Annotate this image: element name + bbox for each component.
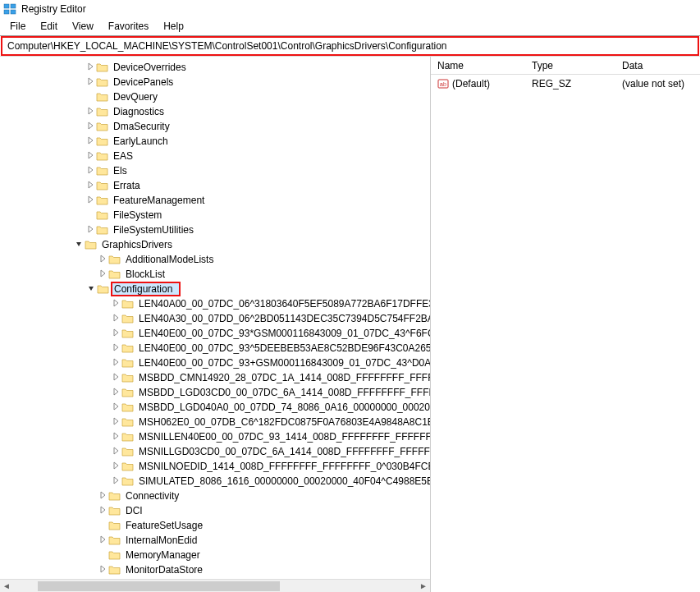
tree-item[interactable]: InternalMonEdid bbox=[0, 533, 430, 548]
folder-icon bbox=[85, 239, 98, 250]
address-bar[interactable]: Computer\HKEY_LOCAL_MACHINE\SYSTEM\Contr… bbox=[1, 36, 699, 56]
tree-item[interactable]: FeatureSetUsage bbox=[0, 518, 430, 533]
expander-closed-icon[interactable] bbox=[97, 535, 108, 545]
tree-item[interactable]: MSH062E0_00_07DB_C6^182FDC0875F0A76803E4… bbox=[0, 415, 430, 429]
tree-view[interactable]: DeviceOverridesDevicePanelsDevQueryDiagn… bbox=[0, 57, 430, 579]
tree-item-label: SIMULATED_8086_1616_00000000_00020000_40… bbox=[137, 475, 430, 487]
expander-open-icon[interactable] bbox=[73, 240, 85, 250]
expander-closed-icon[interactable] bbox=[85, 225, 96, 235]
tree-item[interactable]: FileSystem bbox=[0, 208, 430, 223]
expander-closed-icon[interactable] bbox=[97, 506, 108, 516]
tree-item[interactable]: MSNILNOEDID_1414_008D_FFFFFFFF_FFFFFFFF_… bbox=[0, 459, 430, 474]
scroll-thumb[interactable] bbox=[38, 581, 280, 591]
tree-item[interactable]: DevQuery bbox=[0, 89, 430, 104]
tree-item[interactable]: LEN40A00_00_07DC_06^31803640F5EF5089A772… bbox=[0, 296, 430, 311]
tree-item[interactable]: Configuration bbox=[0, 282, 430, 296]
horizontal-scrollbar[interactable]: ◄ ► bbox=[0, 579, 430, 592]
expander-closed-icon[interactable] bbox=[85, 181, 96, 190]
tree-item[interactable]: Errata bbox=[0, 178, 430, 193]
column-name[interactable]: Name bbox=[431, 57, 525, 74]
tree-item-label: MSBDD_LGD040A0_00_07DD_74_8086_0A16_0000… bbox=[137, 402, 430, 413]
tree-item-label: DeviceOverrides bbox=[112, 62, 188, 73]
menu-file[interactable]: File bbox=[3, 19, 32, 34]
expander-open-icon[interactable] bbox=[85, 284, 97, 294]
tree-item[interactable]: MSBDD_LGD03CD0_00_07DC_6A_1414_008D_FFFF… bbox=[0, 385, 430, 400]
tree-item-label: BlockList bbox=[124, 268, 167, 280]
expander-closed-icon[interactable] bbox=[85, 166, 96, 176]
svg-rect-1 bbox=[4, 10, 9, 14]
tree-item[interactable]: Els bbox=[0, 163, 430, 178]
column-data[interactable]: Data bbox=[615, 57, 700, 74]
expander-closed-icon[interactable] bbox=[85, 122, 96, 131]
tree-item-label: LEN40A30_00_07DD_06^2BD051143DEC35C7394D… bbox=[137, 313, 430, 324]
menu-edit[interactable]: Edit bbox=[34, 19, 64, 34]
scroll-left-button[interactable]: ◄ bbox=[0, 580, 13, 593]
scroll-right-button[interactable]: ► bbox=[417, 580, 430, 593]
expander-closed-icon[interactable] bbox=[85, 151, 96, 161]
expander-closed-icon[interactable] bbox=[97, 491, 108, 501]
tree-item[interactable]: LEN40E00_00_07DC_93+GSM000116843009_01_0… bbox=[0, 356, 430, 370]
expander-closed-icon[interactable] bbox=[110, 388, 121, 397]
expander-closed-icon[interactable] bbox=[110, 476, 121, 486]
expander-closed-icon[interactable] bbox=[110, 402, 121, 412]
tree-item[interactable]: FeatureManagement bbox=[0, 193, 430, 208]
values-list[interactable]: ab(Default)REG_SZ(value not set) bbox=[431, 75, 700, 592]
expander-closed-icon[interactable] bbox=[85, 62, 96, 72]
tree-item[interactable]: AdditionalModeLists bbox=[0, 252, 430, 267]
tree-item[interactable]: MSNILLEN40E00_00_07DC_93_1414_008D_FFFFF… bbox=[0, 429, 430, 444]
main-split: DeviceOverridesDevicePanelsDevQueryDiagn… bbox=[0, 56, 700, 592]
tree-item[interactable]: EAS bbox=[0, 149, 430, 163]
tree-item[interactable]: Diagnostics bbox=[0, 104, 430, 119]
expander-closed-icon[interactable] bbox=[110, 373, 121, 383]
expander-closed-icon[interactable] bbox=[110, 417, 121, 427]
menu-favorites[interactable]: Favorites bbox=[102, 19, 155, 34]
tree-item[interactable]: FileSystemUtilities bbox=[0, 223, 430, 237]
tree-item[interactable]: MSBDD_CMN14920_28_07DC_1A_1414_008D_FFFF… bbox=[0, 370, 430, 385]
tree-item[interactable]: DmaSecurity bbox=[0, 119, 430, 134]
expander-closed-icon[interactable] bbox=[110, 461, 121, 471]
tree-item[interactable]: GraphicsDrivers bbox=[0, 237, 430, 252]
tree-item[interactable]: EarlyLaunch bbox=[0, 134, 430, 149]
scroll-track[interactable] bbox=[13, 580, 417, 593]
tree-item[interactable]: BlockList bbox=[0, 267, 430, 282]
tree-item-label: DevQuery bbox=[112, 91, 159, 103]
expander-closed-icon[interactable] bbox=[97, 565, 108, 575]
tree-item[interactable]: LEN40A30_00_07DD_06^2BD051143DEC35C7394D… bbox=[0, 311, 430, 326]
expander-closed-icon[interactable] bbox=[110, 358, 121, 368]
string-value-icon: ab bbox=[437, 78, 449, 89]
tree-item[interactable]: LEN40E00_00_07DC_93*GSM000116843009_01_0… bbox=[0, 326, 430, 341]
expander-closed-icon[interactable] bbox=[85, 195, 96, 205]
tree-item[interactable]: MonitorDataStore bbox=[0, 562, 430, 577]
tree-item[interactable]: Connectivity bbox=[0, 489, 430, 503]
expander-closed-icon[interactable] bbox=[110, 343, 121, 353]
tree-item-label: MSBDD_LGD03CD0_00_07DC_6A_1414_008D_FFFF… bbox=[137, 387, 430, 398]
expander-closed-icon[interactable] bbox=[85, 77, 96, 87]
tree-item[interactable]: LEN40E00_00_07DC_93^5DEEBEB53AE8C52BDE96… bbox=[0, 341, 430, 356]
tree-item[interactable]: DCI bbox=[0, 503, 430, 518]
menu-help[interactable]: Help bbox=[157, 19, 190, 34]
expander-closed-icon[interactable] bbox=[110, 299, 121, 309]
tree-item[interactable]: SIMULATED_8086_1616_00000000_00020000_40… bbox=[0, 474, 430, 489]
tree-item-label: DCI bbox=[124, 505, 144, 516]
folder-icon bbox=[121, 402, 135, 413]
tree-item-label: MSBDD_CMN14920_28_07DC_1A_1414_008D_FFFF… bbox=[137, 372, 430, 383]
tree-item[interactable]: DevicePanels bbox=[0, 75, 430, 89]
expander-closed-icon[interactable] bbox=[110, 447, 121, 457]
column-type[interactable]: Type bbox=[525, 57, 615, 74]
menu-view[interactable]: View bbox=[66, 19, 100, 34]
expander-closed-icon[interactable] bbox=[110, 328, 121, 338]
values-header: Name Type Data bbox=[431, 57, 700, 75]
expander-closed-icon[interactable] bbox=[110, 314, 121, 324]
tree-item[interactable]: MemoryManager bbox=[0, 548, 430, 562]
tree-item[interactable]: MSNILLGD03CD0_00_07DC_6A_1414_008D_FFFFF… bbox=[0, 444, 430, 459]
folder-icon bbox=[96, 91, 109, 103]
folder-icon bbox=[121, 372, 135, 383]
expander-closed-icon[interactable] bbox=[97, 255, 108, 264]
expander-closed-icon[interactable] bbox=[85, 136, 96, 146]
tree-item[interactable]: DeviceOverrides bbox=[0, 60, 430, 75]
expander-closed-icon[interactable] bbox=[110, 432, 121, 442]
expander-closed-icon[interactable] bbox=[97, 269, 108, 279]
tree-item[interactable]: MSBDD_LGD040A0_00_07DD_74_8086_0A16_0000… bbox=[0, 400, 430, 415]
expander-closed-icon[interactable] bbox=[85, 107, 96, 117]
value-row[interactable]: ab(Default)REG_SZ(value not set) bbox=[431, 76, 700, 91]
